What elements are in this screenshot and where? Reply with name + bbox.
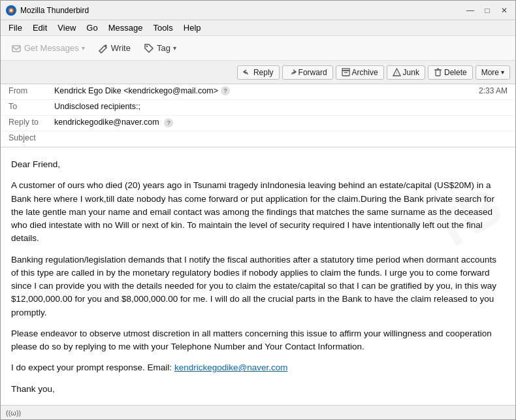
svg-point-4 <box>146 45 148 46</box>
window-controls: — □ ✕ <box>464 5 510 16</box>
tag-icon <box>144 43 154 54</box>
get-messages-button[interactable]: Get Messages ▾ <box>6 40 90 56</box>
svg-rect-6 <box>342 69 349 71</box>
delete-button[interactable]: Delete <box>428 65 473 80</box>
body-paragraph-4: I do expect your prompt response. Email:… <box>11 361 505 374</box>
svg-rect-3 <box>12 46 20 52</box>
archive-button[interactable]: Archive <box>336 65 384 80</box>
from-row: From Kendrick Ego Dike <kendrickego@mail… <box>1 84 515 100</box>
subject-row: Subject <box>1 131 515 147</box>
svg-text:!: ! <box>396 71 397 75</box>
status-bar: ((ω)) <box>1 405 515 419</box>
reply-to-security-icon[interactable]: ? <box>164 118 173 127</box>
main-window: Mozilla Thunderbird — □ ✕ File Edit View… <box>0 0 516 420</box>
menu-tools[interactable]: Tools <box>148 22 178 34</box>
menu-go[interactable]: Go <box>81 22 103 34</box>
menu-help[interactable]: Help <box>178 22 206 34</box>
app-icon <box>6 5 16 16</box>
delete-icon <box>434 68 442 76</box>
forward-button[interactable]: Forward <box>282 65 333 80</box>
close-button[interactable]: ✕ <box>498 5 510 16</box>
sender-info: Kendrick Ego Dike <kendrickego@mail.com>… <box>54 86 479 95</box>
body-paragraph-2: Banking regulation/legislation demands t… <box>11 253 505 319</box>
minimize-button[interactable]: — <box>464 5 476 16</box>
svg-rect-10 <box>436 70 440 76</box>
email-headers: Reply Forward Archive <box>1 61 515 148</box>
write-button[interactable]: Write <box>93 40 136 56</box>
email-body: TB Dear Friend, A customer of ours who d… <box>1 148 515 405</box>
menu-file[interactable]: File <box>3 22 27 34</box>
menu-bar: File Edit View Go Message Tools Help <box>1 20 515 36</box>
to-label: To <box>8 102 54 111</box>
title-bar: Mozilla Thunderbird — □ ✕ <box>1 1 515 20</box>
status-icon: ((ω)) <box>6 409 21 417</box>
menu-message[interactable]: Message <box>103 22 148 34</box>
junk-button[interactable]: ! Junk <box>387 65 425 80</box>
body-paragraph-0: Dear Friend, <box>11 158 505 171</box>
archive-icon <box>342 68 350 76</box>
reply-button[interactable]: Reply <box>237 65 280 80</box>
email-link[interactable]: kendrickegodike@naver.com <box>174 363 288 372</box>
body-paragraph-5: Thank you, <box>11 383 505 396</box>
from-value: Kendrick Ego Dike <kendrickego@mail.com>… <box>54 86 479 95</box>
reply-to-row: Reply to kendrickegodike@naver.com ? <box>1 116 515 131</box>
reply-icon <box>243 68 251 76</box>
svg-rect-5 <box>342 71 349 76</box>
maximize-button[interactable]: □ <box>481 5 493 16</box>
svg-point-2 <box>10 9 12 12</box>
reply-to-value: kendrickegodike@naver.com ? <box>54 118 508 127</box>
body-paragraph-1: A customer of ours who died (20) years a… <box>11 179 505 245</box>
more-button[interactable]: More ▾ <box>476 65 510 80</box>
junk-icon: ! <box>393 68 401 76</box>
menu-view[interactable]: View <box>52 22 81 34</box>
body-paragraph-6: Kendrick Ego Dike <box>11 404 505 405</box>
menu-edit[interactable]: Edit <box>27 22 52 34</box>
more-chevron-icon: ▾ <box>501 69 504 76</box>
toolbar: Get Messages ▾ Write Tag ▾ <box>1 36 515 61</box>
email-time: 2:33 AM <box>479 86 508 95</box>
write-icon <box>98 43 108 54</box>
subject-label: Subject <box>8 133 54 142</box>
window-title: Mozilla Thunderbird <box>20 6 464 15</box>
body-paragraph-3: Please endeavor to observe utmost discre… <box>11 327 505 354</box>
action-bar: Reply Forward Archive <box>1 61 515 84</box>
reply-to-label: Reply to <box>8 118 54 127</box>
sender-security-icon[interactable]: ? <box>221 86 230 95</box>
to-row: To Undisclosed recipients:; <box>1 100 515 116</box>
from-label: From <box>8 86 54 95</box>
tag-button[interactable]: Tag ▾ <box>138 40 182 56</box>
to-value: Undisclosed recipients:; <box>54 102 508 111</box>
get-messages-icon <box>11 43 22 54</box>
forward-icon <box>288 68 297 76</box>
